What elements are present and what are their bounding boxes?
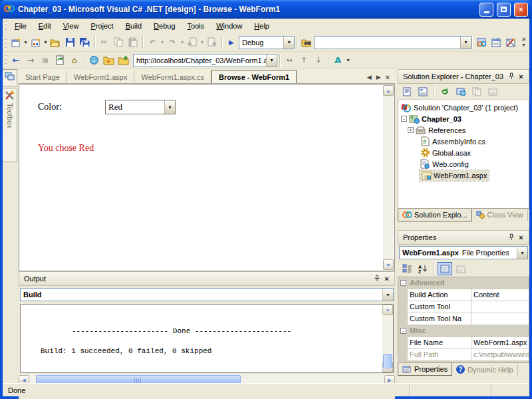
font-size-dropdown[interactable]: ▾ [345,57,351,63]
property-value[interactable]: WebForm1.aspx [471,337,529,348]
up-level-icon[interactable]: ↑ [297,53,311,68]
minimize-button[interactable] [479,3,493,17]
toolbar-grip[interactable] [5,55,7,66]
tab-solution-explorer[interactable]: Solution Explo... [398,209,472,221]
toolbox-tab[interactable]: Toolbox [3,88,17,162]
property-row-custom-tool-namespace[interactable]: Custom Tool Na [398,313,529,325]
new-project-dropdown[interactable]: ▾ [23,39,29,45]
menu-debug[interactable]: Debug [148,20,181,32]
color-dropdown[interactable]: Red ▾ [105,100,176,114]
menu-help[interactable]: Help [248,20,275,32]
navigate-backward-dropdown[interactable]: ▾ [200,39,205,45]
category-misc[interactable]: - Misc [398,325,529,337]
address-combo[interactable]: http://localhost/Chapter_03/WebForm1.as … [133,54,277,67]
add-favorite-icon[interactable] [116,53,130,68]
home-icon[interactable]: ⌂ [67,53,82,68]
undo-icon[interactable]: ↶ [145,35,160,50]
copy-icon[interactable] [111,35,126,50]
scroll-down-icon[interactable]: ▼ [383,259,394,270]
pin-icon[interactable] [372,274,382,284]
save-all-icon[interactable] [78,35,92,50]
tree-item-project[interactable]: - # Chapter_03 [398,113,529,124]
maximize-button[interactable] [497,3,511,17]
refresh-icon[interactable] [438,85,452,98]
output-text-area[interactable]: ---------------------- Done ------------… [20,304,394,373]
menu-view[interactable]: View [57,20,85,32]
add-item-icon[interactable] [29,35,43,50]
copy-project-icon[interactable] [469,85,484,98]
navigate-forward-icon[interactable]: → [23,53,38,68]
new-project-icon[interactable] [9,35,23,50]
menu-window[interactable]: Window [210,20,248,32]
tab-properties[interactable]: Properties [398,363,452,376]
sync-contents-icon[interactable]: ↔ [282,53,297,68]
solution-explorer-icon[interactable] [474,35,489,50]
view-code-icon[interactable] [400,85,414,98]
close-icon[interactable]: × [516,72,526,82]
properties-window-icon[interactable] [489,35,503,50]
tab-browse-webform1[interactable]: Browse - WebForm1 [211,70,297,83]
output-vertical-scrollbar[interactable]: ▲ ▼ [382,305,393,372]
chevron-down-icon[interactable]: ▾ [382,289,393,301]
view-designer-icon[interactable] [416,85,430,98]
property-row-full-path[interactable]: Full Path c:\inetpub\wwwroot\ [398,349,529,361]
scroll-tabs-right-icon[interactable]: ▶ [376,74,381,80]
web-search-icon[interactable] [86,53,101,68]
properties-sheet-icon[interactable] [438,262,452,275]
close-document-icon[interactable]: × [386,73,390,81]
redo-dropdown[interactable]: ▾ [180,39,185,45]
browser-vertical-scrollbar[interactable]: ▲ ▼ [383,85,394,270]
scroll-up-icon[interactable]: ▲ [383,85,394,96]
scrollbar-thumb[interactable] [383,354,392,368]
stop-icon[interactable]: ⊗ [38,53,53,68]
categorized-icon[interactable] [400,262,414,275]
toolbar-options[interactable]: » ▾ [521,37,527,48]
property-row-custom-tool[interactable]: Custom Tool [398,301,529,313]
pin-icon[interactable] [506,72,516,82]
redo-icon[interactable]: ↷ [165,35,180,50]
undo-dropdown[interactable]: ▾ [160,39,165,45]
tab-webform1-aspx-cs[interactable]: WebForm1.aspx.cs [134,70,211,83]
down-level-icon[interactable]: ↓ [311,53,326,68]
tab-dynamic-help[interactable]: ? Dynamic Help [452,363,517,376]
save-icon[interactable] [63,35,78,50]
tree-item-assemblyinfo[interactable]: # AssemblyInfo.cs [398,136,529,147]
property-value[interactable] [471,313,529,325]
close-icon[interactable]: × [382,274,392,284]
refresh-icon[interactable] [53,53,67,68]
favorites-folder-icon[interactable] [101,53,116,68]
tree-item-webform1[interactable]: WebForm1.aspx [398,170,529,181]
properties-icon[interactable] [485,85,500,98]
tree-item-global-asax[interactable]: Global.asax [398,147,529,158]
close-button[interactable]: × [514,3,528,17]
category-advanced[interactable]: - Advanced [398,277,529,289]
collapse-icon[interactable]: - [400,328,406,334]
cut-icon[interactable]: ✂ [96,35,111,50]
chevron-down-icon[interactable]: ▾ [164,100,175,114]
close-icon[interactable]: × [516,233,526,243]
server-explorer-tab[interactable] [3,69,17,86]
start-debug-icon[interactable]: ▶ [224,35,239,50]
property-value[interactable]: Content [471,289,529,301]
menu-edit[interactable]: Edit [33,20,57,32]
add-item-dropdown[interactable]: ▾ [43,39,49,45]
expand-icon[interactable]: + [408,127,414,133]
toolbar-grip[interactable] [5,36,7,49]
solution-configurations-combo[interactable]: Debug ▾ [239,36,295,49]
tree-item-solution[interactable]: Solution 'Chapter_03' (1 project) [398,102,529,113]
navigate-backward-icon[interactable] [185,35,200,50]
property-row-file-name[interactable]: File Name WebForm1.aspx [398,337,529,349]
navigate-forward-icon[interactable] [205,35,219,50]
menu-project[interactable]: Project [84,20,119,32]
property-value[interactable] [471,301,529,313]
chevron-down-icon[interactable]: ▾ [283,37,294,49]
properties-object-combo[interactable]: WebForm1.aspx File Properties ▾ [399,246,528,259]
toolbar-grip[interactable] [5,21,7,31]
find-in-files-icon[interactable] [299,35,314,50]
paste-icon[interactable] [126,35,140,50]
show-all-files-icon[interactable] [454,85,468,98]
chevron-down-icon[interactable]: ▾ [517,247,527,259]
pin-icon[interactable] [506,233,516,243]
output-pane-combo[interactable]: Build ▾ [20,288,394,301]
open-file-icon[interactable] [49,35,63,50]
